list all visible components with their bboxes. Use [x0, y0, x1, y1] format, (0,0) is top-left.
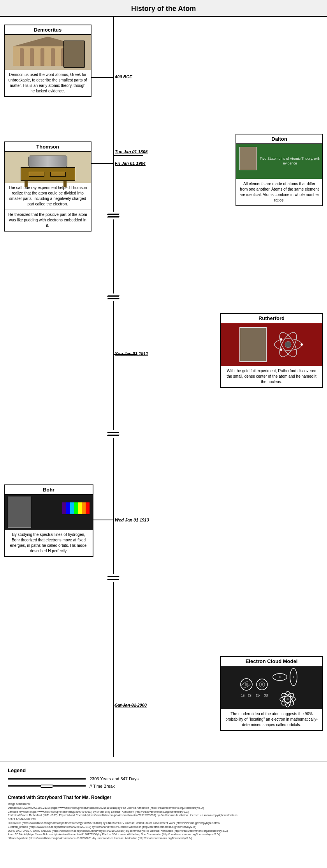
dalton-title: Dalton	[236, 134, 322, 144]
electron-cloud-title: Electron Cloud Model	[221, 657, 322, 666]
orbital-label-2p: 2p	[256, 693, 260, 697]
legend-duration-item: 2303 Years and 347 Days	[8, 776, 319, 781]
connector-electron	[114, 705, 137, 705]
break-mark-2	[107, 293, 119, 301]
rutherford-title: Rutherford	[221, 314, 322, 323]
orbital-row-2: 1s 2s 2p 3d	[241, 693, 268, 697]
spec-orange	[82, 502, 86, 514]
bohr-image	[5, 495, 93, 530]
temple-column	[51, 48, 55, 66]
spec-green	[74, 502, 78, 514]
temple-column	[30, 48, 34, 66]
connector-thomson	[91, 163, 113, 164]
p-orbitals-svg	[272, 666, 303, 688]
bohr-portrait	[8, 497, 31, 528]
timeline-line	[113, 17, 114, 757]
connector-dalton	[114, 155, 143, 156]
bohr-title: Bohr	[5, 485, 93, 495]
spec-yellow	[78, 502, 82, 514]
connector-democritus	[91, 77, 113, 78]
dalton-card: Dalton Five Statements of Atomic Theory,…	[236, 134, 323, 206]
legend-break-gap	[41, 783, 53, 789]
democritus-title: Democritus	[5, 25, 91, 35]
svg-point-21	[287, 698, 289, 700]
thomson-text-2: He theorized that the positive part of t…	[5, 209, 91, 231]
desk-drawer	[50, 172, 66, 177]
rutherford-portrait	[239, 327, 267, 362]
svg-point-6	[280, 348, 282, 351]
crt-tube	[28, 156, 67, 167]
svg-point-0	[285, 341, 291, 348]
legend-duration-label: 2303 Years and 347 Days	[90, 776, 139, 781]
temple-column	[40, 48, 44, 66]
legend-break-label: // Time Break	[90, 784, 115, 788]
desk-body	[21, 167, 75, 181]
orbital-label-1s: 1s	[241, 693, 245, 697]
electron-cloud-card: Electron Cloud Model	[220, 656, 323, 731]
date-400bce: 400 BCE	[115, 74, 132, 79]
svg-point-14	[279, 676, 281, 678]
break-mark-4	[107, 574, 119, 582]
desk-leg-left	[25, 181, 28, 187]
svg-point-5	[280, 338, 282, 341]
democritus-image	[5, 35, 91, 70]
spectrum-colors	[62, 502, 90, 514]
bohr-card: Bohr By studying the spectral lines of h	[4, 484, 93, 557]
orbitals-display: 1s 2s 2p 3d	[240, 678, 269, 697]
date-1911: Sun Jan 01 1911	[115, 351, 148, 356]
electron-cloud-text: The modern idea of the atom suggests the…	[221, 709, 322, 730]
thomson-card: Thomson The cathode ray experiment helpe…	[4, 141, 91, 232]
electron-cloud-image: 1s 2s 2p 3d	[221, 666, 322, 709]
dalton-portrait	[239, 147, 257, 170]
orbital-row-1	[240, 678, 269, 691]
created-by: Created with Storyboard That for Ms. Roe…	[8, 795, 319, 800]
page-title: History of the Atom	[0, 0, 327, 17]
rutherford-card: Rutherford With the gold foil expe	[220, 313, 323, 388]
legend-section: Legend 2303 Years and 347 Days // Time B…	[0, 761, 327, 846]
democritus-text: Democritus used the word atomos, Greek f…	[5, 70, 91, 96]
legend-break-item: // Time Break	[8, 783, 319, 789]
p-orbitals-display	[272, 666, 303, 709]
legend-title: Legend	[8, 767, 319, 773]
spec-violet	[62, 502, 66, 514]
spectrum-bar	[62, 502, 90, 514]
page: History of the Atom 400 BCE Tue Jan 01 1…	[0, 0, 327, 868]
date-1904: Fri Jan 01 1904	[115, 161, 146, 166]
desk-illustration	[17, 154, 79, 181]
timeline-container: 400 BCE Tue Jan 01 1805 Fri Jan 01 1904 …	[0, 17, 327, 757]
svg-point-12	[261, 683, 263, 686]
legend-break-visual	[8, 783, 86, 789]
date-1805: Tue Jan 01 1805	[115, 149, 148, 154]
svg-point-4	[301, 343, 303, 346]
legend-solid-line	[8, 778, 86, 780]
spec-red	[86, 502, 90, 514]
2s-orbital-svg	[255, 678, 269, 691]
rutherford-text: With the gold foil experiment, Rutherfor…	[221, 366, 322, 387]
dalton-image: Five Statements of Atomic Theory, with e…	[236, 144, 322, 179]
spec-cyan	[70, 502, 74, 514]
connector-rutherford	[114, 354, 137, 355]
bohr-text: By studying the spectral lines of hydrog…	[5, 530, 93, 556]
spec-blue	[66, 502, 70, 514]
dalton-text: All elements are made of atoms that diff…	[236, 179, 322, 205]
thomson-image	[5, 152, 91, 183]
orbital-label-2s: 2s	[248, 693, 251, 697]
svg-point-16	[293, 676, 294, 678]
atom-model-svg	[272, 329, 304, 360]
democritus-card: Democritus Democritus used the wo	[4, 25, 91, 97]
1s-orbital-svg	[240, 678, 253, 691]
d-orbital-svg	[278, 689, 297, 709]
break-mark-1	[107, 212, 119, 219]
connector-bohr	[91, 520, 113, 520]
desk-leg-right	[63, 181, 67, 187]
orbital-label-3d: 3d	[264, 693, 268, 697]
democritus-portrait	[63, 41, 85, 68]
temple-column	[20, 48, 24, 66]
break-mark-3	[107, 430, 119, 438]
thomson-title: Thomson	[5, 142, 91, 152]
rutherford-image	[221, 323, 322, 366]
desk-drawer	[29, 172, 44, 177]
image-credits: Image Attributions: Democritus-LACMA AC1…	[8, 802, 311, 840]
thomson-text-1: The cathode ray experiment helped Thomso…	[5, 183, 91, 209]
dalton-blackboard-text: Five Statements of Atomic Theory, with e…	[258, 155, 322, 168]
